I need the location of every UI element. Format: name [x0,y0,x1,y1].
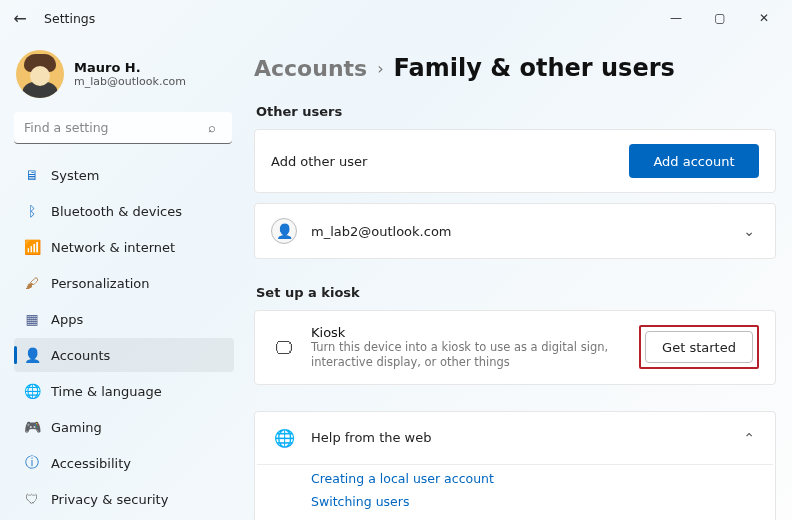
page-title: Family & other users [394,54,675,82]
sidebar: Mauro H. m_lab@outlook.com ⌕ 🖥System ᛒBl… [0,36,244,520]
nav: 🖥System ᛒBluetooth & devices 📶Network & … [14,158,234,520]
globe-icon: 🌐 [24,383,40,399]
shield-icon: 🛡 [24,491,40,507]
globe-help-icon: 🌐 [271,428,297,448]
kiosk-card: 🖵 Kiosk Turn this device into a kiosk to… [254,310,776,385]
other-user-email: m_lab2@outlook.com [311,224,725,239]
sidebar-item-apps[interactable]: ▦Apps [14,302,234,336]
add-account-button[interactable]: Add account [629,144,759,178]
back-button[interactable]: ← [6,4,34,32]
chevron-down-icon[interactable]: ⌄ [739,219,759,243]
sidebar-item-label: Network & internet [51,240,175,255]
sidebar-item-accessibility[interactable]: ⓘAccessibility [14,446,234,480]
sidebar-item-label: Accounts [51,348,110,363]
sidebar-item-personalization[interactable]: 🖌Personalization [14,266,234,300]
window-title: Settings [44,11,95,26]
display-icon: 🖥 [24,167,40,183]
sidebar-item-label: Apps [51,312,83,327]
sidebar-item-label: Gaming [51,420,102,435]
title-bar: ← Settings — ▢ ✕ [0,0,792,36]
breadcrumb: Accounts › Family & other users [254,54,776,100]
sidebar-item-label: Personalization [51,276,150,291]
close-button[interactable]: ✕ [742,3,786,33]
sidebar-item-gaming[interactable]: 🎮Gaming [14,410,234,444]
profile-name: Mauro H. [74,60,186,75]
search-input[interactable] [14,112,232,144]
help-link-create-local-user[interactable]: Creating a local user account [311,471,765,486]
profile-email: m_lab@outlook.com [74,75,186,88]
other-user-row[interactable]: 👤 m_lab2@outlook.com ⌄ [254,203,776,259]
kiosk-heading: Kiosk [311,325,625,340]
bluetooth-icon: ᛒ [24,203,40,219]
main-content: Accounts › Family & other users Other us… [244,36,792,520]
section-header-kiosk: Set up a kiosk [256,285,776,300]
sidebar-item-bluetooth[interactable]: ᛒBluetooth & devices [14,194,234,228]
sidebar-item-label: Accessibility [51,456,131,471]
sidebar-item-system[interactable]: 🖥System [14,158,234,192]
sidebar-item-label: System [51,168,99,183]
section-header-other-users: Other users [256,104,776,119]
sidebar-item-accounts[interactable]: 👤Accounts [14,338,234,372]
get-started-button[interactable]: Get started [645,331,753,363]
sidebar-item-privacy[interactable]: 🛡Privacy & security [14,482,234,516]
kiosk-icon: 🖵 [271,337,297,358]
sidebar-item-network[interactable]: 📶Network & internet [14,230,234,264]
sidebar-item-label: Time & language [51,384,162,399]
kiosk-description: Turn this device into a kiosk to use as … [311,340,625,370]
profile-block[interactable]: Mauro H. m_lab@outlook.com [14,44,234,112]
person-icon: 👤 [271,218,297,244]
add-other-user-card: Add other user Add account [254,129,776,193]
brush-icon: 🖌 [24,275,40,291]
gaming-icon: 🎮 [24,419,40,435]
sidebar-item-label: Privacy & security [51,492,168,507]
avatar [16,50,64,98]
minimize-button[interactable]: — [654,3,698,33]
help-title: Help from the web [311,430,725,445]
chevron-right-icon: › [377,59,383,78]
sidebar-item-time[interactable]: 🌐Time & language [14,374,234,408]
sidebar-item-label: Bluetooth & devices [51,204,182,219]
person-icon: 👤 [24,347,40,363]
help-header-row[interactable]: 🌐 Help from the web ⌃ [255,412,775,464]
help-card: 🌐 Help from the web ⌃ Creating a local u… [254,411,776,520]
help-link-switching-users[interactable]: Switching users [311,494,765,509]
chevron-up-icon[interactable]: ⌃ [739,426,759,450]
apps-icon: ▦ [24,311,40,327]
breadcrumb-parent[interactable]: Accounts [254,56,367,81]
highlight-box: Get started [639,325,759,369]
wifi-icon: 📶 [24,239,40,255]
maximize-button[interactable]: ▢ [698,3,742,33]
add-other-user-label: Add other user [271,154,615,169]
accessibility-icon: ⓘ [24,455,40,471]
